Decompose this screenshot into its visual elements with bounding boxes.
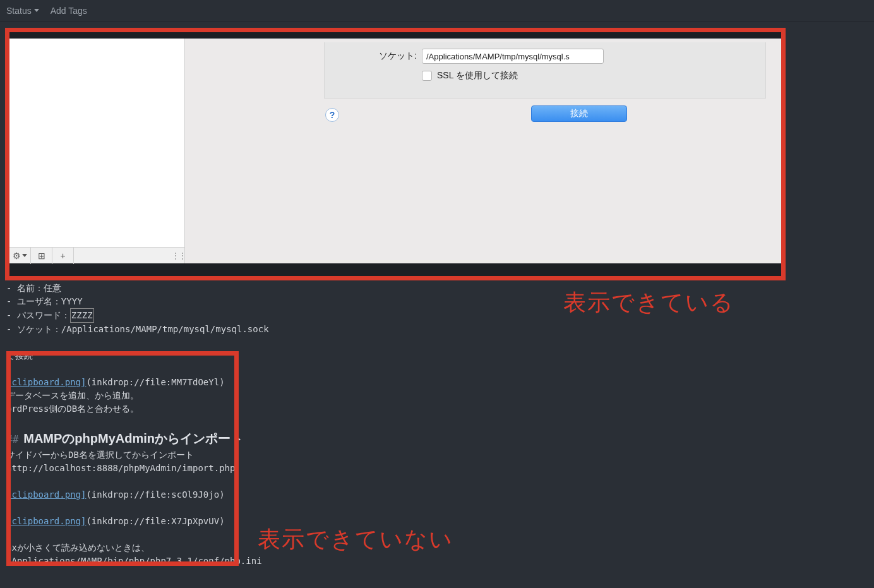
list-item: - 名前：任意 <box>6 282 861 295</box>
dialog-main: ソケット: SSL を使用して接続 ? 接続 <box>185 39 781 263</box>
help-button[interactable]: ? <box>325 108 339 122</box>
folder-add-icon[interactable]: ⊞ <box>31 248 52 264</box>
text-line: で接続 <box>6 349 861 363</box>
ssl-label: SSL を使用して接続 <box>437 70 518 81</box>
url-line: http://localhost:8888/phpMyAdmin/import.… <box>6 462 861 475</box>
heading-line: ## MAMPのphpMyAdminからインポート <box>6 432 861 446</box>
ssl-checkbox[interactable] <box>422 71 432 81</box>
caret-down-icon <box>34 9 39 12</box>
status-dropdown[interactable]: Status <box>6 6 39 16</box>
list-item: - ユーザ名：YYYY <box>6 295 861 308</box>
resize-grip-icon[interactable]: ⋮⋮⋮ <box>172 251 181 260</box>
image-link[interactable]: [clipboard.png] <box>6 516 86 526</box>
socket-input[interactable] <box>422 49 604 64</box>
text-line: データベースを追加、から追加。 <box>6 389 861 402</box>
image-link[interactable]: [clipboard.png] <box>6 489 86 500</box>
image-link[interactable]: [clipboard.png] <box>6 377 86 387</box>
annotation-not-displayed: 表示できていない <box>258 524 453 555</box>
add-tags-label: Add Tags <box>51 6 87 16</box>
dialog-sidebar: ⚙ ⊞ + ⋮⋮⋮ <box>9 39 185 263</box>
connection-form: ソケット: SSL を使用して接続 <box>324 42 766 99</box>
plus-icon[interactable]: + <box>52 248 74 264</box>
screenshot-displayed: ⚙ ⊞ + ⋮⋮⋮ ソケット: SSL を使用して接続 ? 接続 <box>5 28 786 280</box>
mac-dialog: ⚙ ⊞ + ⋮⋮⋮ ソケット: SSL を使用して接続 ? 接続 <box>9 39 781 263</box>
add-tags-button[interactable]: Add Tags <box>51 6 87 16</box>
text-line: ordPress側のDB名と合わせる。 <box>6 402 861 416</box>
topbar: Status Add Tags <box>0 0 874 21</box>
markdown-hash: ## <box>6 433 18 446</box>
sidebar-footer: ⚙ ⊞ + ⋮⋮⋮ <box>9 247 184 263</box>
heading-text: MAMPのphpMyAdminからインポート <box>23 432 243 445</box>
path-line: /Applications/MAMP/bin/php/php7.3.1/conf… <box>6 555 861 568</box>
list-item: - ソケット：/Applications/MAMP/tmp/mysql/mysq… <box>6 323 861 336</box>
gear-icon[interactable]: ⚙ <box>9 248 31 264</box>
socket-label: ソケット: <box>335 51 417 62</box>
image-link-line: [clipboard.png](inkdrop://file:scOl9J0jo… <box>6 488 861 501</box>
text-line: サイドバーからDB名を選択してからインポート <box>6 448 861 462</box>
caret-down-icon <box>22 254 27 257</box>
connect-button[interactable]: 接続 <box>531 105 627 122</box>
image-link-line: [clipboard.png](inkdrop://file:MM7TdOeYl… <box>6 376 861 389</box>
status-label: Status <box>6 6 32 16</box>
list-item: - パスワード：ZZZZ <box>6 308 861 323</box>
